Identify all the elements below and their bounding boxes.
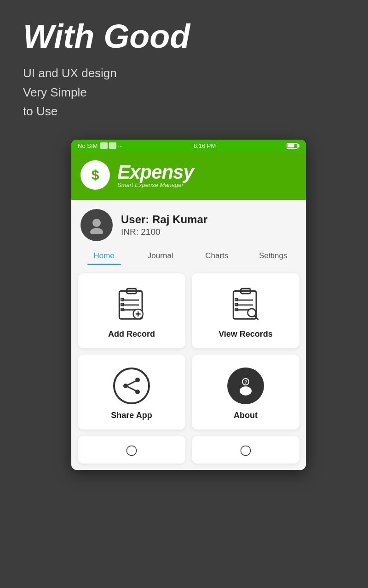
app-tagline: Smart Expense Manager	[117, 181, 194, 188]
subtitle-line2: Very Simple	[23, 83, 354, 102]
svg-point-29	[240, 386, 252, 396]
svg-point-25	[135, 390, 140, 394]
svg-point-23	[135, 378, 140, 382]
phone-mockup: No SIM ··· 8:16 PM	[23, 140, 354, 470]
nav-tabs: Home Journal Charts Settings	[71, 241, 306, 265]
partial-row	[78, 436, 299, 464]
share-app-card[interactable]: Share App	[78, 355, 185, 430]
svg-point-0	[92, 219, 101, 227]
page-background: With Good UI and UX design Very Simple t…	[0, 0, 368, 488]
tab-home[interactable]: Home	[76, 248, 132, 265]
logo-symbol: $	[92, 167, 99, 183]
avatar	[80, 209, 113, 241]
partial-icon-left	[120, 445, 143, 456]
no-sim-label: No SIM	[78, 142, 98, 149]
svg-point-24	[123, 384, 128, 388]
share-svg	[120, 374, 143, 397]
user-section: User: Raj Kumar INR: 2100	[71, 200, 306, 241]
add-record-icon	[113, 286, 150, 323]
partial-card-right	[192, 436, 299, 464]
user-info: User: Raj Kumar INR: 2100	[121, 213, 297, 237]
status-icons: ···	[100, 142, 123, 149]
subtitle: UI and UX design Very Simple to Use	[23, 64, 354, 121]
sim-icon-2	[109, 142, 116, 149]
headline: With Good	[23, 18, 354, 55]
svg-line-26	[128, 381, 135, 385]
about-label: About	[234, 411, 258, 420]
subtitle-line3: to Use	[23, 102, 354, 121]
view-records-card[interactable]: View Records	[192, 273, 299, 348]
share-icon	[113, 368, 150, 404]
about-svg: ?	[234, 374, 257, 397]
tab-settings[interactable]: Settings	[245, 248, 302, 265]
status-bar: No SIM ··· 8:16 PM	[71, 140, 306, 152]
svg-point-32	[126, 446, 136, 455]
partial-card-left	[78, 436, 185, 464]
share-app-label: Share App	[111, 411, 152, 420]
battery-icon	[287, 143, 299, 149]
action-grid: Add Record	[78, 273, 299, 430]
sim-icon-1	[100, 142, 108, 149]
about-icon: ?	[227, 368, 264, 404]
view-records-label: View Records	[218, 329, 273, 339]
svg-text:?: ?	[244, 379, 247, 385]
user-name: User: Raj Kumar	[121, 213, 297, 226]
add-record-label: Add Record	[108, 329, 155, 339]
app-logo: $	[80, 160, 110, 190]
dots-icon: ···	[118, 142, 123, 149]
app-name: Expensy	[117, 161, 194, 183]
view-records-icon	[227, 286, 264, 323]
subtitle-line1: UI and UX design	[23, 64, 354, 83]
user-avatar-icon	[88, 216, 105, 234]
app-header: $ Expensy Smart Expense Manager	[71, 152, 306, 200]
svg-line-27	[128, 387, 135, 390]
status-left: No SIM ···	[78, 142, 123, 149]
add-record-card[interactable]: Add Record	[78, 273, 185, 348]
main-content: Add Record	[71, 265, 306, 470]
svg-point-33	[241, 446, 250, 455]
user-balance: INR: 2100	[121, 227, 297, 237]
partial-icon-right	[234, 445, 257, 456]
time-label: 8:16 PM	[194, 142, 216, 149]
svg-point-1	[90, 228, 103, 234]
app-title-block: Expensy Smart Expense Manager	[117, 161, 194, 188]
about-card[interactable]: ? About	[192, 355, 299, 430]
phone-frame: No SIM ··· 8:16 PM	[71, 140, 306, 470]
tab-journal[interactable]: Journal	[132, 248, 189, 265]
tab-charts[interactable]: Charts	[189, 248, 245, 265]
